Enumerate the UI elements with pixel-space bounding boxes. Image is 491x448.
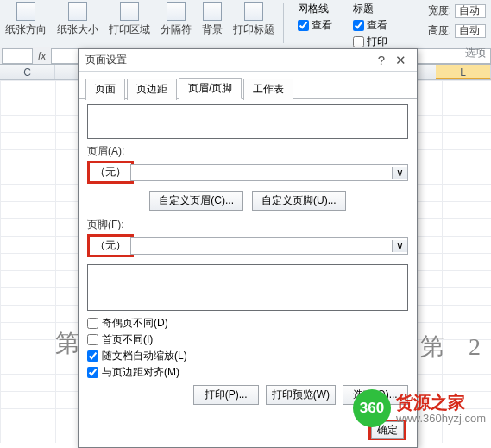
page-indicator-left: 第	[55, 327, 79, 360]
dialog-tabs: 页面 页边距 页眉/页脚 工作表	[79, 72, 417, 99]
dialog-title: 页面设置	[85, 53, 372, 67]
print-button[interactable]: 打印(P)...	[193, 385, 259, 405]
width-value[interactable]: 自动	[455, 4, 486, 18]
col-l[interactable]: L	[436, 65, 491, 79]
watermark-badge: 360	[353, 389, 391, 427]
ribbon-separator	[283, 3, 284, 43]
ribbon-breaks[interactable]: 分隔符	[161, 2, 192, 37]
ribbon-orientation[interactable]: 纸张方向	[5, 2, 47, 37]
chevron-down-icon[interactable]: ∨	[392, 240, 407, 252]
tab-header-footer[interactable]: 页眉/页脚	[179, 78, 242, 99]
background-icon	[203, 2, 222, 21]
print-titles-icon	[244, 2, 263, 21]
ribbon-print-area[interactable]: 打印区域	[109, 2, 150, 37]
col-c[interactable]: C	[0, 65, 55, 79]
ribbon: 纸张方向 纸张大小 打印区域 分隔符 背景 打印标题 宽度:自动 高度:自动 网…	[0, 0, 491, 47]
check-first-page[interactable]: 首页不同(I)	[87, 332, 408, 347]
footer-select-value: （无）	[90, 237, 131, 255]
custom-header-button[interactable]: 自定义页眉(C)...	[149, 191, 243, 211]
height-label: 高度:	[428, 23, 451, 38]
check-align-margins[interactable]: 与页边距对齐(M)	[87, 365, 408, 380]
breaks-icon	[167, 2, 186, 21]
watermark: 360 货源之家 www.360hyzj.com	[353, 389, 486, 427]
width-label: 宽度:	[428, 3, 451, 18]
check-scale[interactable]: 随文档自动缩放(L)	[87, 349, 408, 363]
header-select-value: （无）	[90, 163, 131, 181]
ribbon-size[interactable]: 纸张大小	[57, 2, 98, 37]
chevron-down-icon[interactable]: ∨	[392, 167, 407, 179]
footer-highlight: （无）	[87, 234, 134, 257]
size-icon	[68, 2, 87, 21]
print-area-icon	[120, 2, 139, 21]
page-setup-dialog: 页面设置 ? ✕ 页面 页边距 页眉/页脚 工作表 页眉(A): （无） ∨ 自…	[78, 48, 418, 448]
name-box[interactable]	[2, 48, 33, 64]
help-button[interactable]: ?	[372, 53, 391, 67]
header-label: 页眉(A):	[87, 144, 408, 159]
gridlines-view-check[interactable]: 查看	[298, 18, 332, 33]
custom-footer-button[interactable]: 自定义页脚(U)...	[252, 191, 346, 211]
dialog-titlebar: 页面设置 ? ✕	[79, 49, 417, 72]
fx-label: fx	[38, 50, 46, 62]
header-preview	[87, 104, 408, 139]
check-odd-even[interactable]: 奇偶页不同(D)	[87, 316, 408, 331]
watermark-url: www.360hyzj.com	[396, 412, 486, 425]
footer-label: 页脚(F):	[87, 218, 408, 232]
ribbon-background[interactable]: 背景	[202, 2, 223, 37]
height-value[interactable]: 自动	[455, 24, 486, 38]
header-select[interactable]: ∨	[130, 164, 408, 181]
tab-page[interactable]: 页面	[85, 79, 125, 100]
close-button[interactable]: ✕	[391, 53, 410, 68]
orientation-icon	[16, 2, 35, 21]
print-preview-button[interactable]: 打印预览(W)	[266, 385, 336, 405]
tab-margins[interactable]: 页边距	[127, 79, 177, 100]
watermark-text: 货源之家	[396, 393, 486, 412]
footer-select[interactable]: ∨	[130, 237, 408, 255]
ribbon-print-titles[interactable]: 打印标题	[233, 2, 274, 37]
titles-print-check[interactable]: 打印	[353, 35, 387, 49]
footer-preview	[87, 264, 408, 311]
page-indicator-right: 第 2	[420, 331, 481, 363]
header-highlight: （无）	[87, 161, 134, 184]
tab-sheet[interactable]: 工作表	[243, 79, 293, 100]
ribbon-options-link[interactable]: 选项	[465, 46, 486, 60]
gridlines-label: 网格线	[298, 2, 332, 16]
titles-label: 标题	[353, 2, 387, 16]
titles-view-check[interactable]: 查看	[353, 18, 387, 33]
